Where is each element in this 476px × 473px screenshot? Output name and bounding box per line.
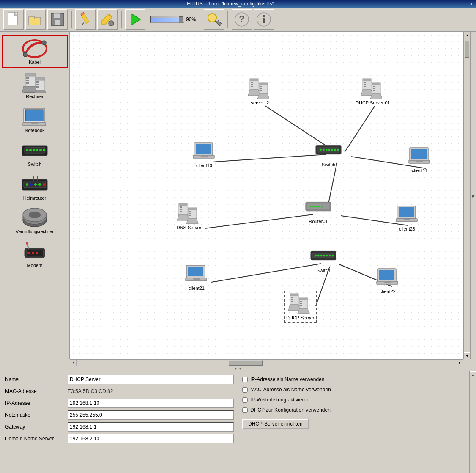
node-client10[interactable]: client10	[191, 141, 218, 168]
switch-top-label: Switch	[322, 162, 335, 167]
node-client21[interactable]: client21	[183, 264, 210, 291]
edit-button[interactable]	[75, 9, 96, 30]
svg-line-69	[345, 106, 375, 152]
client10-label: client10	[196, 163, 212, 168]
hscroll-thumb[interactable]	[229, 360, 263, 366]
prop-cb-dhcp-label: DHCP zur Konfiguration verwenden	[250, 407, 331, 413]
svg-rect-129	[189, 213, 191, 214]
toolbar-sep-4	[227, 11, 228, 28]
minimize-button[interactable]: −	[458, 1, 460, 6]
titlebar-controls[interactable]: − + ×	[458, 1, 473, 6]
sidebar-item-switch[interactable]: Switch	[2, 138, 68, 170]
info-button[interactable]	[254, 9, 274, 30]
svg-marker-171	[298, 309, 309, 314]
sidebar-item-kabel[interactable]: Kabel	[2, 35, 68, 68]
titlebar: FILIUS - /home/tci/new_config-filus.fls*…	[0, 0, 476, 8]
node-router01[interactable]: Router01	[305, 197, 332, 224]
svg-point-134	[309, 206, 312, 208]
prop-gateway-input[interactable]	[68, 422, 234, 432]
maximize-button[interactable]: +	[464, 1, 466, 6]
search-button[interactable]	[204, 9, 224, 30]
props-right: IP-Adresse als Name verwenden MAC-Adress…	[242, 375, 471, 473]
client22-label: client22	[380, 289, 396, 294]
node-switch-top[interactable]: Switch	[315, 140, 342, 167]
svg-rect-153	[188, 267, 203, 276]
svg-rect-169	[300, 303, 302, 304]
splitter[interactable]: ▼ ▼	[0, 366, 476, 371]
sidebar-item-modem[interactable]: Modem	[2, 239, 68, 271]
vscroll-track	[464, 38, 470, 352]
new-button[interactable]	[3, 9, 24, 30]
prop-cb-ip-name[interactable]	[242, 377, 248, 382]
sidebar-item-heimrouter[interactable]: Heimrouter	[2, 171, 68, 204]
prop-netmask-label: Netzmaske	[5, 412, 64, 418]
sidebar-item-vermittlung[interactable]: Vermittlungsrechner	[2, 205, 68, 237]
node-switch-bot[interactable]: Switch	[310, 246, 337, 273]
design-button[interactable]	[97, 9, 118, 30]
hscrollbar[interactable]: ◄ ►	[70, 359, 463, 366]
heimrouter-icon	[21, 174, 48, 195]
right-collapse-panel[interactable]: ▶	[470, 32, 476, 359]
prop-dhcp-button-row: DHCP-Server einrichten	[242, 417, 471, 429]
open-button[interactable]	[25, 9, 46, 30]
svg-rect-119	[416, 161, 423, 162]
svg-rect-140	[399, 207, 414, 217]
prop-dhcp-button[interactable]: DHCP-Server einrichten	[242, 419, 309, 429]
svg-point-18	[263, 15, 265, 17]
svg-rect-37	[25, 110, 43, 121]
prop-netmask-input[interactable]	[68, 410, 234, 420]
prop-cb-mac-name[interactable]	[242, 387, 248, 393]
svg-rect-164	[291, 301, 293, 302]
node-dhcp-server-01[interactable]: DHCP Server 01	[356, 78, 390, 105]
canvas-vscrollbar[interactable]: ▲ ▼	[463, 32, 470, 359]
svg-rect-32	[36, 81, 39, 83]
svg-point-148	[323, 255, 326, 257]
svg-line-70	[212, 154, 326, 162]
close-button[interactable]: ×	[470, 1, 473, 6]
run-button[interactable]	[125, 9, 145, 30]
dhcp-server-label: DHCP Server	[286, 315, 314, 320]
prop-netmask-row: Netzmaske	[5, 410, 234, 420]
prop-cb-mac-name-row: MAC-Adresse als Name verwenden	[242, 387, 471, 393]
save-button[interactable]	[47, 9, 68, 30]
main-area: Kabel	[0, 32, 476, 359]
prop-dns-input[interactable]	[68, 434, 234, 443]
svg-rect-26	[26, 80, 29, 81]
node-server12[interactable]: server12	[246, 78, 274, 105]
props-left: Name MAC-Adresse E3:5A:5D:C3:CD:82 IP-Ad…	[5, 375, 234, 473]
props-vscroll-up[interactable]: ▲	[470, 371, 476, 378]
speed-slider[interactable]	[150, 16, 184, 23]
sidebar-item-rechner[interactable]: Rechner	[2, 70, 68, 102]
cable-icon	[21, 38, 48, 59]
node-dns-server[interactable]: DNS Server	[175, 203, 202, 230]
prop-ip-input[interactable]	[68, 399, 234, 408]
node-dhcp-server[interactable]: DHCP Server	[286, 293, 314, 320]
svg-marker-96	[361, 90, 373, 96]
svg-point-64	[32, 252, 34, 254]
toolbar-sep-3	[200, 11, 200, 28]
props-vscrollbar[interactable]: ▲ ▼	[469, 371, 476, 473]
svg-point-45	[36, 149, 38, 151]
vscroll-thumb[interactable]	[465, 41, 469, 58]
svg-rect-167	[299, 298, 308, 300]
sidebar-item-notebook[interactable]: Notebook	[2, 104, 68, 136]
hscroll-left[interactable]: ◄	[70, 360, 77, 366]
speed-control: 90%	[150, 16, 196, 23]
hscroll-right[interactable]: ►	[457, 360, 463, 366]
node-client22[interactable]: client22	[374, 267, 401, 294]
node-client23[interactable]: client23	[394, 204, 421, 231]
vscroll-down[interactable]: ▼	[464, 352, 470, 359]
svg-marker-84	[248, 90, 260, 96]
svg-point-145	[315, 255, 317, 257]
prop-cb-dhcp[interactable]	[242, 407, 248, 413]
vscroll-up[interactable]: ▲	[464, 32, 470, 38]
svg-rect-34	[36, 86, 39, 88]
node-client11[interactable]: client11	[406, 146, 433, 173]
help-button[interactable]: ?	[232, 9, 252, 30]
svg-rect-117	[411, 149, 427, 159]
prop-name-input[interactable]	[68, 375, 234, 384]
prop-cb-ip-forward[interactable]	[242, 397, 248, 403]
prop-mac-label: MAC-Adresse	[5, 388, 64, 394]
network-canvas[interactable]: server12 DHCP	[70, 32, 470, 359]
svg-rect-159	[384, 282, 391, 283]
